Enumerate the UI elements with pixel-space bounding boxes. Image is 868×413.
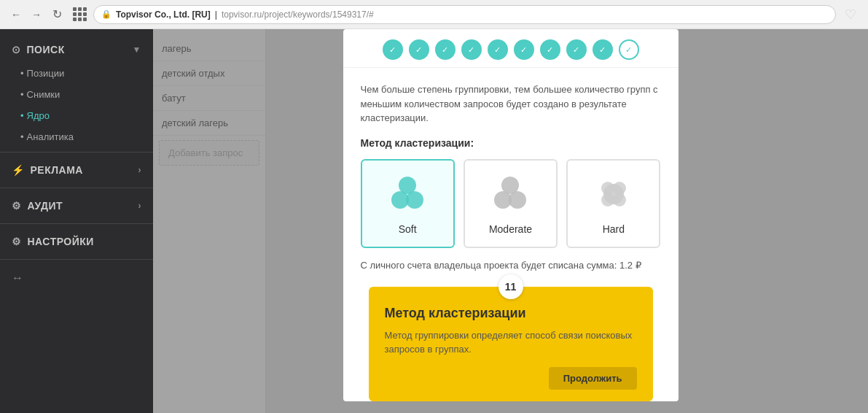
step-6: ✓	[514, 39, 534, 60]
hard-label: Hard	[603, 223, 625, 235]
modal-body: Чем больше степень группировки, тем боль…	[343, 68, 679, 285]
back-button[interactable]: ←	[9, 7, 23, 22]
moderate-icon	[488, 172, 532, 216]
browser-chrome: ← → ↻ 🔒 Topvisor Co., Ltd. [RU] | topvis…	[0, 0, 868, 29]
sidebar-item-positions[interactable]: Позиции	[0, 63, 153, 84]
ads-label: РЕКЛАМА	[31, 164, 83, 176]
tooltip-actions: Продолжить	[385, 367, 637, 390]
step-10: ✓	[619, 39, 639, 60]
step-circles: ✓ ✓ ✓ ✓ ✓ ✓ ✓ ✓ ✓ ✓	[343, 29, 679, 68]
ads-chevron-icon: ›	[138, 165, 142, 175]
svg-point-8	[613, 182, 626, 195]
svg-point-9	[601, 193, 614, 206]
bookmark-button[interactable]: ♡	[842, 6, 859, 23]
tooltip-container: 11 Метод кластеризации Метод группировки…	[343, 285, 679, 401]
settings-label: НАСТРОЙКИ	[28, 236, 94, 247]
reload-button[interactable]: ↻	[50, 7, 64, 22]
tooltip-step-badge: 11	[498, 274, 523, 299]
method-soft[interactable]: Soft	[361, 159, 455, 248]
forward-button[interactable]: →	[29, 7, 44, 22]
svg-point-10	[613, 193, 626, 206]
address-bar[interactable]: 🔒 Topvisor Co., Ltd. [RU] | topvisor.ru/…	[93, 5, 836, 24]
hard-icon	[592, 172, 636, 216]
url-separator: |	[215, 9, 217, 20]
step-4: ✓	[461, 39, 482, 60]
search-chevron-icon: ▼	[133, 45, 141, 55]
sidebar-item-ads[interactable]: ⚡ РЕКЛАМА ›	[0, 157, 153, 183]
tooltip-title: Метод кластеризации	[385, 306, 637, 321]
audit-chevron-icon: ›	[138, 201, 142, 211]
settings-icon: ⚙	[12, 236, 22, 247]
sidebar-divider-3	[0, 223, 153, 224]
tooltip-text: Метод группировки определяет способ связ…	[385, 328, 637, 357]
lock-icon: 🔒	[101, 9, 112, 19]
step-1: ✓	[383, 39, 403, 60]
soft-icon	[386, 172, 429, 216]
step-3: ✓	[435, 39, 455, 60]
sidebar-item-settings[interactable]: ⚙ НАСТРОЙКИ	[0, 228, 153, 255]
sidebar-divider-1	[0, 152, 153, 153]
site-name: Topvisor Co., Ltd. [RU]	[116, 9, 211, 20]
step-2: ✓	[409, 39, 429, 60]
svg-point-2	[406, 191, 423, 209]
method-hard[interactable]: Hard	[566, 159, 660, 248]
svg-point-7	[601, 182, 614, 195]
search-section: ⊙ ПОИСК ▼ Позиции Снимки Ядро Аналитика	[0, 36, 153, 147]
step-7: ✓	[540, 39, 560, 60]
method-label: Метод кластеризации:	[361, 137, 661, 149]
sidebar-item-analytics[interactable]: Аналитика	[0, 126, 153, 147]
clustering-modal: ✓ ✓ ✓ ✓ ✓ ✓ ✓ ✓ ✓ ✓ Чем больше степень г…	[343, 29, 679, 401]
sidebar-toggle-arrow[interactable]: ↔	[0, 264, 153, 292]
svg-point-5	[509, 191, 526, 209]
step-8: ✓	[566, 39, 587, 60]
modal-description: Чем больше степень группировки, тем боль…	[361, 82, 661, 126]
method-options: Soft Moderate	[361, 159, 661, 248]
sidebar-divider-4	[0, 259, 153, 260]
main-layout: ⊙ ПОИСК ▼ Позиции Снимки Ядро Аналитика …	[0, 29, 868, 413]
sidebar-divider-2	[0, 188, 153, 188]
sidebar-item-audit[interactable]: ⚙ АУДИТ ›	[0, 193, 153, 219]
sidebar-item-search[interactable]: ⊙ ПОИСК ▼	[0, 36, 153, 63]
content-area: лагерь детский отдых батут детский лагер…	[153, 29, 868, 413]
charge-info: С личного счета владельца проекта будет …	[361, 260, 661, 271]
audit-label: АУДИТ	[28, 200, 63, 212]
modal-overlay: ✓ ✓ ✓ ✓ ✓ ✓ ✓ ✓ ✓ ✓ Чем больше степень г…	[153, 29, 868, 413]
sidebar-item-snapshots[interactable]: Снимки	[0, 84, 153, 105]
moderate-label: Moderate	[489, 223, 532, 235]
ads-icon: ⚡	[12, 164, 25, 176]
soft-label: Soft	[399, 223, 417, 235]
apps-button[interactable]	[73, 7, 87, 22]
audit-icon: ⚙	[12, 200, 22, 212]
step-9: ✓	[593, 39, 613, 60]
tooltip-continue-button[interactable]: Продолжить	[549, 367, 637, 390]
tooltip-body: 11 Метод кластеризации Метод группировки…	[369, 287, 653, 401]
search-section-icon: ⊙	[12, 44, 21, 55]
method-moderate[interactable]: Moderate	[464, 159, 558, 248]
step-5: ✓	[488, 39, 508, 60]
sidebar: ⊙ ПОИСК ▼ Позиции Снимки Ядро Аналитика …	[0, 29, 153, 413]
search-section-label: ПОИСК	[27, 44, 65, 55]
sidebar-item-core[interactable]: Ядро	[0, 105, 153, 126]
url-text: topvisor.ru/project/keywords/1549317/#	[222, 9, 374, 20]
